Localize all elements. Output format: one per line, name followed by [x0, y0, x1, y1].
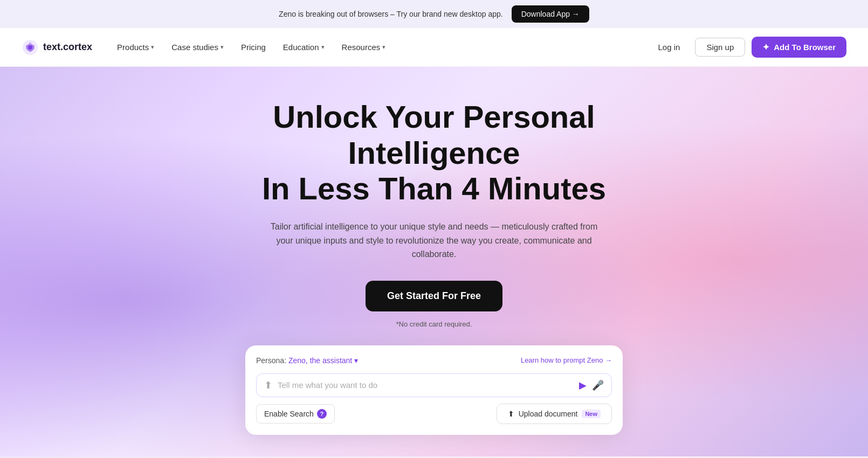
persona-label: Persona: Zeno, the assistant ▾ — [256, 356, 358, 365]
help-icon: ? — [317, 409, 327, 419]
chat-input-row: ⬆ ▶ 🎤 — [256, 373, 612, 397]
mic-icon[interactable]: 🎤 — [592, 379, 604, 391]
chat-widget: Persona: Zeno, the assistant ▾ Learn how… — [245, 345, 623, 435]
education-chevron-icon: ▾ — [321, 44, 325, 51]
logo-text: text.cortex — [43, 41, 92, 53]
nav-right: Log in Sign up ✦ Add To Browser — [650, 37, 846, 58]
products-chevron-icon: ▾ — [151, 44, 154, 51]
learn-prompt-link[interactable]: Learn how to prompt Zeno → — [521, 356, 612, 364]
upload-document-button[interactable]: ⬆ Upload document New — [497, 404, 612, 424]
top-banner: Zeno is breaking out of browsers – Try o… — [0, 0, 868, 28]
persona-selector[interactable]: Zeno, the assistant ▾ — [288, 356, 358, 365]
nav-products[interactable]: Products ▾ — [109, 38, 162, 56]
nav-case-studies[interactable]: Case studies ▾ — [164, 38, 231, 56]
logo[interactable]: text.cortex — [22, 39, 92, 56]
navbar: text.cortex Products ▾ Case studies ▾ Pr… — [0, 28, 868, 67]
nav-links: Products ▾ Case studies ▾ Pricing Educat… — [109, 38, 649, 56]
svg-point-4 — [29, 42, 31, 44]
chat-input[interactable] — [278, 380, 574, 390]
upload-icon: ⬆ — [264, 379, 272, 391]
star-icon: ✦ — [762, 42, 769, 52]
send-icon[interactable]: ▶ — [579, 379, 587, 391]
upload-doc-icon: ⬆ — [508, 410, 514, 418]
banner-text: Zeno is breaking out of browsers – Try o… — [279, 10, 503, 18]
enable-search-button[interactable]: Enable Search ? — [256, 404, 335, 424]
svg-point-1 — [28, 45, 32, 50]
add-to-browser-button[interactable]: ✦ Add To Browser — [752, 37, 846, 58]
nav-education[interactable]: Education ▾ — [275, 38, 332, 56]
new-badge: New — [582, 410, 601, 418]
nav-resources[interactable]: Resources ▾ — [334, 38, 394, 56]
download-app-button[interactable]: Download App → — [512, 5, 589, 23]
login-button[interactable]: Log in — [650, 38, 689, 56]
persona-chevron-icon: ▾ — [354, 356, 358, 365]
no-credit-card-text: *No credit card required. — [396, 320, 472, 328]
persona-row: Persona: Zeno, the assistant ▾ Learn how… — [256, 356, 612, 365]
hero-title: Unlock Your Personal Intelligence In Les… — [218, 99, 650, 207]
resources-chevron-icon: ▾ — [382, 44, 385, 51]
hero-subtitle: Tailor artificial intelligence to your u… — [261, 220, 607, 261]
get-started-button[interactable]: Get Started For Free — [366, 281, 502, 311]
nav-pricing[interactable]: Pricing — [233, 38, 273, 56]
signup-button[interactable]: Sign up — [695, 38, 745, 57]
case-studies-chevron-icon: ▾ — [221, 44, 224, 51]
svg-point-2 — [26, 45, 28, 47]
hero-section: Unlock Your Personal Intelligence In Les… — [0, 67, 868, 456]
svg-point-3 — [32, 45, 35, 47]
logo-icon — [22, 39, 39, 56]
chat-actions-row: Enable Search ? ⬆ Upload document New — [256, 404, 612, 424]
